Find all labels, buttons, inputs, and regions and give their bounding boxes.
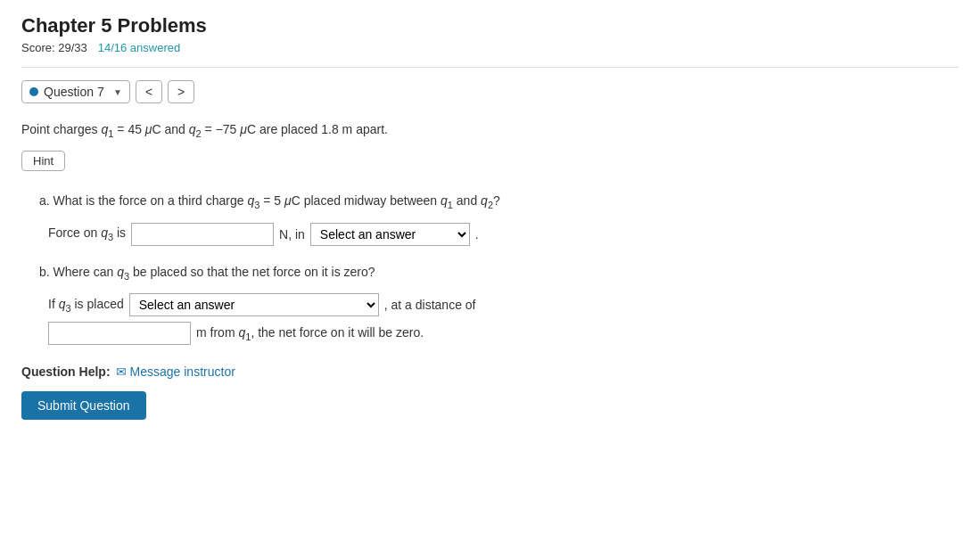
chevron-down-icon: ▼ bbox=[113, 87, 122, 97]
at-distance-label: , at a distance of bbox=[384, 298, 476, 312]
distance-input[interactable] bbox=[48, 322, 191, 345]
question-nav: Question 7 ▼ < > bbox=[21, 80, 959, 103]
prev-button[interactable]: < bbox=[136, 80, 162, 103]
problem-statement: Point charges q1 = 45 μC and q2 = −75 μC… bbox=[21, 119, 959, 142]
question-help: Question Help: ✉ Message instructor bbox=[21, 365, 959, 379]
next-button[interactable]: > bbox=[168, 80, 194, 103]
question-dropdown[interactable]: Question 7 bbox=[44, 85, 108, 99]
period-label: . bbox=[475, 227, 479, 242]
question-help-label: Question Help: bbox=[21, 365, 111, 379]
direction-select[interactable]: Select an answer the positive x-directio… bbox=[310, 223, 470, 246]
score-text: Score: 29/33 bbox=[21, 41, 87, 54]
mail-icon: ✉ bbox=[116, 365, 127, 379]
hint-button[interactable]: Hint bbox=[21, 151, 65, 171]
placement-select[interactable]: Select an answer to the left of q₁ to th… bbox=[129, 293, 379, 316]
part-b-row1: If q3 is placed Select an answer to the … bbox=[48, 293, 959, 316]
dot-indicator bbox=[29, 87, 38, 96]
part-a-answer-row: Force on q3 is N, in Select an answer th… bbox=[48, 223, 959, 246]
if-q3-label: If q3 is placed bbox=[48, 297, 124, 314]
top-divider bbox=[21, 67, 959, 68]
answered-text: 14/16 answered bbox=[98, 41, 181, 54]
unit-n-label: N, in bbox=[279, 227, 305, 242]
part-b-label: b. Where can q3 be placed so that the ne… bbox=[39, 262, 959, 284]
part-b-section: b. Where can q3 be placed so that the ne… bbox=[39, 262, 959, 345]
part-b-row2: m from q1, the net force on it will be z… bbox=[48, 322, 959, 345]
part-a-label: a. What is the force on a third charge q… bbox=[39, 191, 959, 213]
message-instructor-text: Message instructor bbox=[130, 365, 235, 379]
force-label: Force on q3 is bbox=[48, 225, 126, 242]
part-a-section: a. What is the force on a third charge q… bbox=[39, 191, 959, 245]
question-selector[interactable]: Question 7 ▼ bbox=[21, 80, 130, 103]
force-input[interactable] bbox=[131, 223, 274, 246]
submit-button[interactable]: Submit Question bbox=[21, 391, 146, 420]
page-title: Chapter 5 Problems bbox=[21, 14, 959, 37]
message-instructor-link[interactable]: ✉ Message instructor bbox=[116, 365, 235, 379]
m-from-label: m from q1, the net force on it will be z… bbox=[196, 325, 424, 342]
